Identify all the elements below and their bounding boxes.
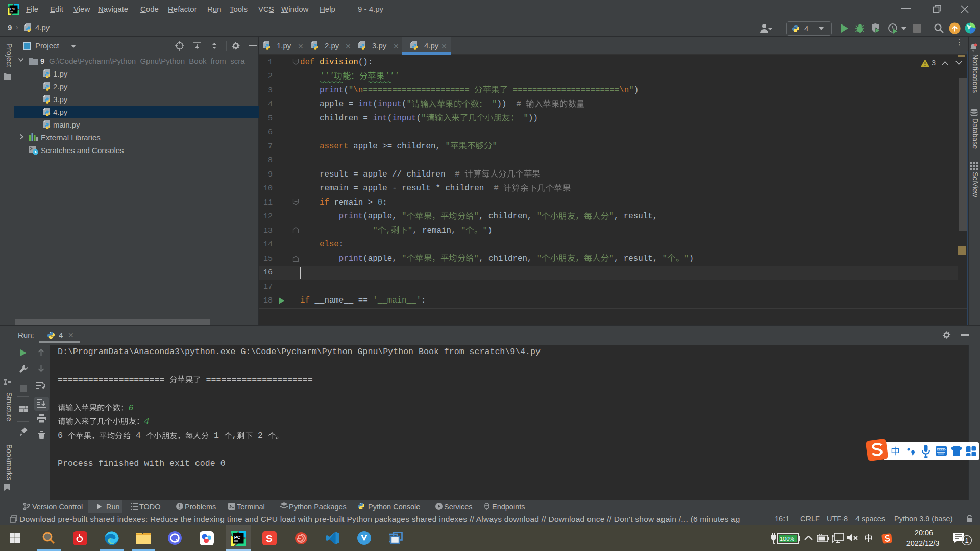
svg-text:1: 1 bbox=[965, 537, 969, 544]
svg-text:PC: PC bbox=[10, 7, 15, 11]
svg-text:S: S bbox=[266, 533, 273, 544]
svg-text:PC: PC bbox=[234, 535, 241, 540]
svg-text:100%: 100% bbox=[780, 536, 794, 542]
